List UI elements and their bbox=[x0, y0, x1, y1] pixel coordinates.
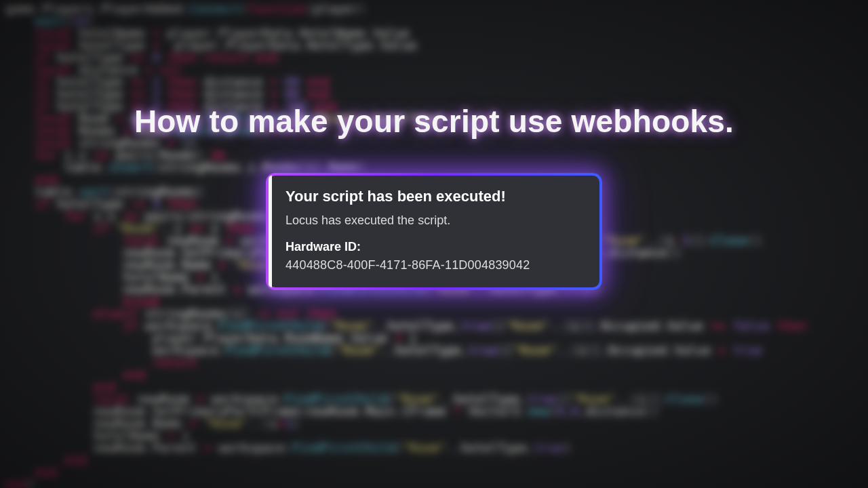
headline-text: How to make your script use webhooks. bbox=[0, 103, 868, 140]
embed-field-name: Hardware ID: bbox=[285, 240, 585, 254]
embed-title: Your script has been executed! bbox=[285, 188, 585, 205]
embed-description: Locus has executed the script. bbox=[285, 214, 585, 228]
embed-field-value: 440488C8-400F-4171-86FA-11D004839042 bbox=[285, 258, 585, 272]
discord-embed-card: Your script has been executed! Locus has… bbox=[266, 173, 602, 290]
